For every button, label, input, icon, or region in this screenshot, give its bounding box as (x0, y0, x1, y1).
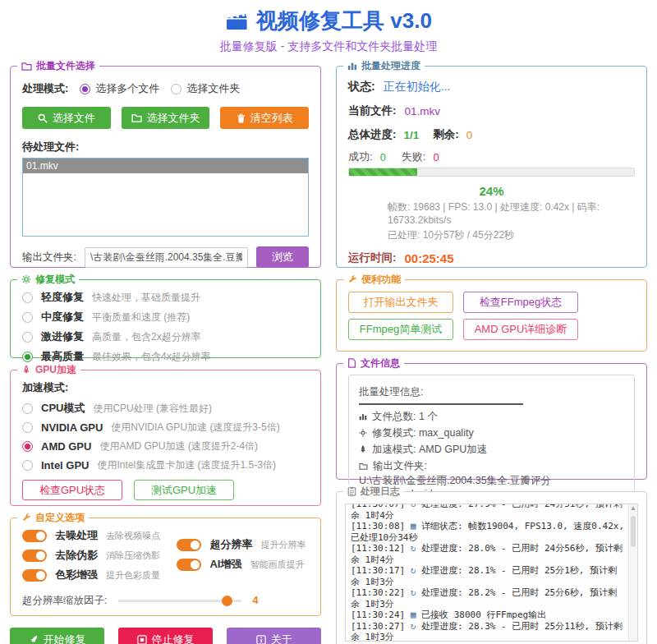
radio-folder-circle[interactable] (171, 84, 181, 94)
radio-cpu[interactable] (22, 403, 33, 414)
check-ffmpeg-button[interactable]: 检查FFmpeg状态 (463, 292, 578, 313)
toggle-deartifact-name: 去除伪影 (55, 548, 98, 563)
slider-handle[interactable] (222, 596, 232, 606)
group-custom-options-label: 自定义选项 (35, 511, 85, 524)
rocket-icon (359, 445, 367, 453)
log-scrollbar-thumb[interactable] (631, 516, 636, 547)
start-repair-label: 开始修复 (44, 632, 86, 644)
scale-factor-slider[interactable] (118, 600, 241, 602)
radio-max[interactable] (22, 352, 33, 362)
repair-option-max[interactable]: 最高质量 最佳效果，包含4x超分辨率 (22, 349, 309, 364)
folder-icon (359, 462, 368, 470)
radio-folder[interactable]: 选择文件夹 (171, 81, 240, 96)
success-value: 0 (380, 151, 386, 163)
amd-diagnose-button[interactable]: AMD GPU详细诊断 (463, 319, 578, 340)
overall-progress-label: 总体进度: (348, 127, 397, 142)
stop-repair-button[interactable]: 停止修复 (118, 628, 213, 644)
pending-files-label: 待处理文件: (22, 140, 309, 154)
toggle-ai[interactable]: AI增强 智能画质提升 (177, 557, 309, 572)
gpu-option-nvidia[interactable]: NVIDIA GPU 使用NVIDIA GPU加速 (速度提升3-5倍) (22, 421, 309, 435)
file-list-item[interactable]: 01.mkv (23, 159, 308, 173)
open-output-button[interactable]: 打开输出文件夹 (348, 292, 453, 313)
output-folder-input[interactable] (85, 247, 248, 268)
select-folder-label: 选择文件夹 (147, 111, 200, 126)
document-icon (347, 358, 356, 368)
toggle-ai-switch[interactable] (177, 559, 201, 571)
toggle-superres-switch[interactable] (177, 539, 201, 551)
runtime-value: 00:25:45 (405, 251, 454, 265)
repair-option-medium[interactable]: 中度修复 平衡质量和速度 (推荐) (22, 310, 309, 324)
gpu-option-cpu-name[interactable]: CPU模式 (41, 401, 85, 416)
select-files-button[interactable]: 选择文件 (22, 107, 111, 129)
gpu-option-amd-name[interactable]: AMD GPU (41, 440, 91, 453)
refresh-icon: ↻ (411, 621, 421, 632)
group-gpu: GPU加速 加速模式: CPU模式 使用CPU处理 (兼容性最好) NVIDIA… (10, 370, 321, 506)
radio-multi-files-circle[interactable] (80, 84, 90, 94)
start-repair-button[interactable]: 开始修复 (10, 628, 104, 644)
group-gpu-title: GPU加速 (17, 363, 80, 376)
toggle-deartifact[interactable]: 去除伪影 消除压缩伪影 (22, 548, 177, 563)
check-gpu-button[interactable]: 检查GPU状态 (22, 480, 122, 500)
about-button[interactable]: 关于 (227, 628, 321, 644)
remaining-value: 0 (466, 129, 473, 141)
repair-option-light[interactable]: 轻度修复 快速处理，基础质量提升 (22, 290, 309, 305)
toggle-color[interactable]: 色彩增强 提升色彩质量 (22, 568, 177, 582)
browse-button[interactable]: 浏览 (256, 246, 309, 268)
trash-icon (237, 113, 246, 123)
gpu-option-amd[interactable]: AMD GPU 使用AMD GPU加速 (速度提升2-4倍) (22, 439, 309, 453)
radio-multi-files[interactable]: 选择多个文件 (80, 81, 159, 96)
test-gpu-button[interactable]: 测试GPU加速 (134, 480, 234, 500)
fail-value: 0 (433, 151, 439, 163)
repair-option-aggressive-name[interactable]: 激进修复 (41, 329, 84, 344)
select-folder-button[interactable]: 选择文件夹 (122, 107, 210, 129)
toggle-denoise-switch[interactable] (22, 530, 47, 542)
progress-bar (348, 168, 635, 177)
repair-option-max-name[interactable]: 最高质量 (41, 349, 84, 364)
group-progress-label: 批量处理进度 (361, 59, 420, 72)
log-line: [11:30:24] ▦ 已接收 38000 行FFmpeg输出 (351, 610, 626, 621)
gpu-option-intel-name[interactable]: Intel GPU (41, 459, 90, 472)
pending-files-list[interactable]: 01.mkv (22, 158, 309, 237)
radio-medium[interactable] (22, 312, 33, 323)
file-info-heading: 批量处理信息: (359, 384, 624, 400)
radio-folder-label[interactable]: 选择文件夹 (186, 81, 240, 96)
gpu-option-cpu[interactable]: CPU模式 使用CPU处理 (兼容性最好) (22, 401, 309, 416)
toggle-ai-name: AI增强 (209, 557, 241, 572)
repair-option-medium-name[interactable]: 中度修复 (41, 310, 84, 324)
status-value: 正在初始化... (384, 80, 451, 94)
group-repair-mode: 修复模式 轻度修复 快速处理，基础质量提升 中度修复 平衡质量和速度 (推荐) … (10, 279, 321, 358)
radio-amd[interactable] (22, 441, 33, 452)
repair-option-medium-desc: 平衡质量和速度 (推荐) (92, 310, 190, 324)
log-line: [11:30:22] ↻ 处理进度: 28.2% - 已用时 25分6秒, 预计… (351, 587, 626, 610)
toggle-color-switch[interactable] (22, 569, 47, 582)
repair-option-aggressive[interactable]: 激进修复 高质量，包含2x超分辨率 (22, 329, 309, 344)
app-title-row: 视频修复工具 v3.0 (225, 7, 432, 35)
toggle-deartifact-switch[interactable] (22, 550, 47, 562)
toggle-superres[interactable]: 超分辨率 提升分辨率 (177, 537, 309, 552)
gpu-option-nvidia-name[interactable]: NVIDIA GPU (41, 421, 103, 434)
toggle-denoise[interactable]: 去噪处理 去除视频噪点 (22, 528, 177, 543)
clear-list-button[interactable]: 清空列表 (220, 107, 309, 129)
percent-text: 24% (348, 184, 635, 198)
repair-option-light-name[interactable]: 轻度修复 (41, 290, 84, 305)
radio-light[interactable] (22, 292, 33, 303)
radio-intel[interactable] (22, 460, 33, 471)
clipboard-icon (347, 486, 356, 496)
radio-nvidia[interactable] (22, 422, 33, 433)
log-output[interactable]: [11:30:07] ↻ 处理进度: 27.9% - 已用时 24分51秒, 预… (345, 504, 638, 642)
app-subtitle: 批量修复版 - 支持多文件和文件夹批量处理 (0, 39, 657, 54)
gpu-option-cpu-desc: 使用CPU处理 (兼容性最好) (93, 402, 212, 416)
select-files-label: 选择文件 (53, 111, 95, 126)
accel-mode-label: 加速模式: (22, 380, 309, 395)
log-line: [11:30:27] ↻ 处理进度: 28.3% - 已用时 25分11秒, 预… (351, 621, 626, 642)
test-ffmpeg-button[interactable]: FFmpeg简单测试 (348, 319, 453, 340)
radio-aggressive[interactable] (22, 332, 33, 343)
gpu-option-nvidia-desc: 使用NVIDIA GPU加速 (速度提升3-5倍) (111, 421, 279, 435)
radio-multi-files-label[interactable]: 选择多个文件 (95, 81, 159, 96)
gpu-option-intel[interactable]: Intel GPU 使用Intel集成显卡加速 (速度提升1.5-3倍) (22, 458, 309, 472)
group-repair-mode-label: 修复模式 (35, 273, 75, 286)
log-scrollbar[interactable]: ▲ (628, 504, 637, 641)
group-file-info-label: 文件信息 (361, 356, 400, 370)
refresh-icon: ↻ (411, 504, 421, 509)
progress-fill (349, 168, 417, 176)
